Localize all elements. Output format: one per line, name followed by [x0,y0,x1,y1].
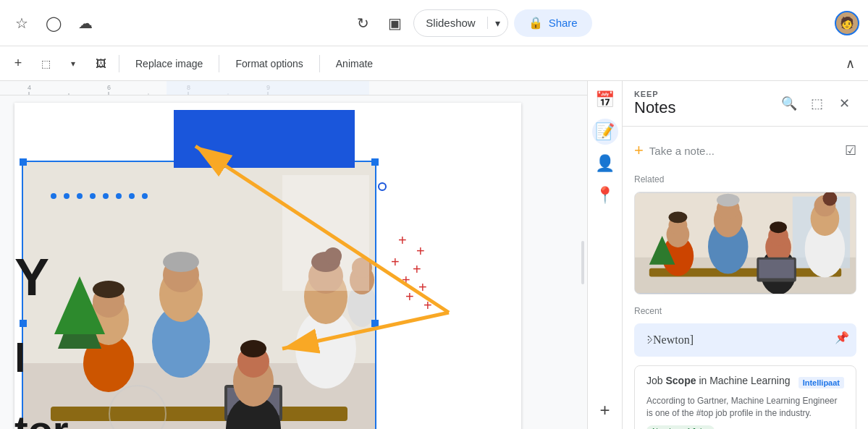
svg-rect-12 [167,81,369,95]
dot-4 [90,193,96,199]
expand-btn[interactable]: ∧ [838,51,862,76]
format-options-label: Format options [235,58,303,69]
contacts-btn[interactable]: 👤 [592,150,618,177]
crop-btn[interactable]: ⬚ [33,51,58,76]
plus-marker-5: + [402,273,410,287]
keep-title: Notes [634,98,675,117]
replace-image-label: Replace image [135,58,203,69]
related-image-card[interactable] [634,192,856,294]
keep-header: KEEP Notes 🔍 ⬚ ✕ [623,81,868,127]
replace-image-btn[interactable]: Replace image [125,54,213,74]
dot-row [51,193,148,199]
slide-text-y: Y [14,247,49,307]
top-toolbar: ☆ ◯ ☁ ↻ ▣ Slideshow ▾ 🔒 Share 🧑 [0,0,868,46]
svg-rect-66 [759,260,794,279]
take-note-text: Take a note... [649,145,715,157]
secondary-toolbar: + ⬚ ▾ 🖼 Replace image Format options Ani… [0,46,868,81]
google-calendar-btn[interactable]: 📅 [592,87,618,113]
intellipaat-logo: Intellipaat [799,377,844,388]
format-options-btn[interactable]: Format options [225,54,313,74]
pin-icon: 📌 [835,331,849,344]
scroll-indicator[interactable] [581,241,584,284]
add-note-icon: + [634,141,644,160]
related-label: Related [634,174,856,184]
share-button[interactable]: 🔒 Share [514,9,592,37]
ruler: 4 6 8 9 [0,81,587,95]
add-addon-btn[interactable]: + [592,397,618,423]
share-label: Share [549,17,578,29]
slideshow-dropdown-icon[interactable]: ▾ [488,17,507,29]
toolbar-separator-1 [119,55,119,72]
selection-handle-mr[interactable] [371,320,379,327]
slide-text-tor: tor [14,407,69,429]
right-sidebar-icons: 📅 📝 👤 📍 + [587,81,622,429]
note-title-scope: Scope [665,375,696,386]
keep-label: KEEP [634,90,675,98]
keep-notes-panel: KEEP Notes 🔍 ⬚ ✕ + Take a note... ☑ Rela… [622,81,868,429]
maps-btn[interactable]: 📍 [592,182,618,208]
keep-search-btn[interactable]: 🔍 [777,91,801,116]
note-card-title: Job Scope in Machine Learning [646,375,790,386]
plus-marker-8: + [424,298,432,313]
add-item-btn[interactable]: + [6,51,30,76]
svg-text:4: 4 [28,84,31,91]
svg-point-60 [770,221,787,233]
chat-btn[interactable]: ▣ [382,10,408,36]
note-job-scope-card[interactable]: Job Scope in Machine Learning Intellipaa… [634,365,856,429]
dot-3 [77,193,83,199]
take-note-row[interactable]: + Take a note... ☑ [634,135,856,166]
toolbar-separator-3 [319,55,320,72]
note-title-in: in Machine Learning [699,375,790,386]
plus-marker-1: + [398,233,407,247]
dot-8 [142,193,148,199]
history-btn[interactable]: ↻ [350,10,376,36]
toolbar-center: ↻ ▣ Slideshow ▾ 🔒 Share [350,9,591,37]
note-card-badge: Number of Jobs [646,425,715,429]
google-keep-btn[interactable]: 📝 [592,119,618,145]
blue-rectangle[interactable] [174,110,355,168]
recent-label: Recent [634,306,856,316]
cloud-upload-btn[interactable]: ◯ [41,10,67,36]
related-img-svg [635,192,856,294]
slideshow-button[interactable]: Slideshow ▾ [413,9,507,37]
blue-rect-handle[interactable] [378,182,387,191]
slide-container: Y l tor on + + + + + + + + [0,95,587,429]
dot-1 [51,193,56,199]
slide-canvas[interactable]: Y l tor on + + + + + + + + [14,103,521,429]
keep-title-block: KEEP Notes [634,90,675,117]
selection-handle-tr[interactable] [371,158,379,166]
image-btn[interactable]: 🖼 [88,51,113,76]
recent-newton-card[interactable]: ⳾Newton] 📌 [634,323,856,357]
user-avatar[interactable]: 🧑 [835,11,859,35]
main-area: 4 6 8 9 [0,81,868,429]
slide-text-l: l [14,334,26,381]
selection-handle-tl[interactable] [20,158,27,166]
plus-marker-7: + [405,289,414,304]
animate-btn[interactable]: Animate [326,54,383,74]
crop-arrow-btn[interactable]: ▾ [61,51,85,76]
take-note-left: + Take a note... [634,141,715,160]
keep-header-icons: 🔍 ⬚ ✕ [777,91,856,116]
image-selection-box[interactable] [22,161,376,429]
plus-marker-3: + [391,255,400,269]
plus-marker-2: + [416,244,425,258]
dot-7 [129,193,135,199]
keep-close-btn[interactable]: ✕ [832,91,856,116]
cloud-icon-btn[interactable]: ☁ [72,10,98,36]
keep-open-btn[interactable]: ⬚ [804,91,829,116]
ruler-svg: 4 6 8 9 [0,81,587,95]
toolbar-separator-2 [219,55,219,72]
recent-card-text: ⳾Newton] [646,334,845,347]
note-title-job: Job [646,375,665,386]
svg-point-52 [669,211,688,223]
check-list-icon[interactable]: ☑ [845,143,856,158]
dot-6 [116,193,122,199]
plus-marker-6: + [418,280,427,294]
star-icon-btn[interactable]: ☆ [9,10,35,36]
keep-body: + Take a note... ☑ Related [623,127,868,429]
selection-handle-ml[interactable] [20,320,27,327]
note-card-body: According to Gartner, Machine Learning E… [646,395,844,420]
svg-point-56 [717,194,740,207]
dot-2 [64,193,69,199]
slide-editor: 4 6 8 9 [0,81,587,429]
